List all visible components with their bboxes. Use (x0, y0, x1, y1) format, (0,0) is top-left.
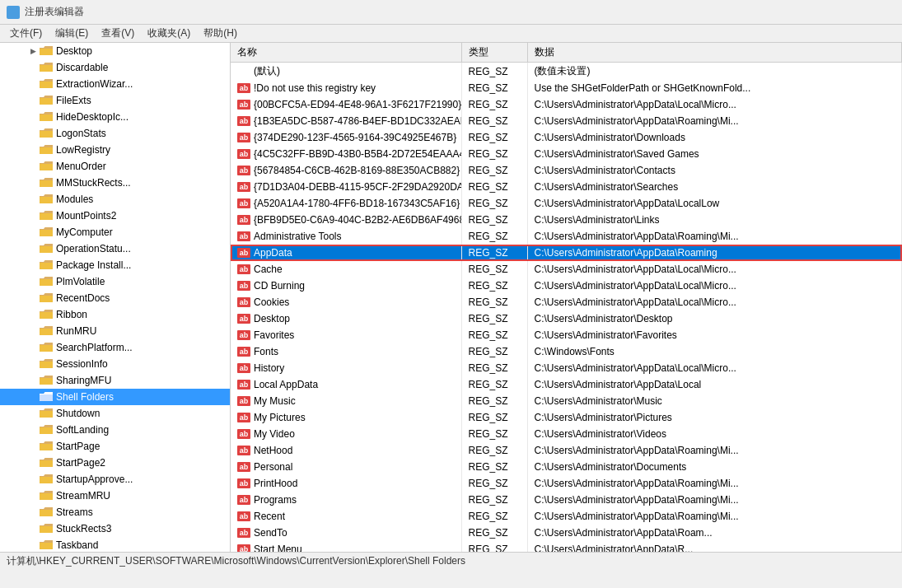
expand-icon[interactable] (26, 390, 40, 404)
menu-item[interactable]: 文件(F) (3, 25, 49, 42)
tree-item[interactable]: Modules (0, 191, 230, 208)
table-row[interactable]: abCacheREG_SZC:\Users\Administrator\AppD… (231, 261, 902, 278)
expand-icon[interactable] (26, 374, 40, 387)
table-row[interactable]: abAdministrative ToolsREG_SZC:\Users\Adm… (231, 228, 902, 245)
table-row[interactable]: abAppDataREG_SZC:\Users\Administrator\Ap… (231, 245, 902, 261)
table-row[interactable]: abProgramsREG_SZC:\Users\Administrator\A… (231, 492, 902, 508)
tree-item[interactable]: OperationStatu... (0, 240, 230, 257)
menu-item[interactable]: 编辑(E) (49, 25, 95, 42)
expand-icon[interactable] (26, 110, 40, 124)
expand-icon[interactable] (26, 473, 40, 486)
expand-icon[interactable] (26, 341, 40, 354)
table-row[interactable]: abCookiesREG_SZC:\Users\Administrator\Ap… (231, 294, 902, 310)
tree-item[interactable]: ▶ Desktop (0, 43, 230, 59)
tree-item[interactable]: Discardable (0, 59, 230, 76)
table-row[interactable]: ab{00BCFC5A-ED94-4E48-96A1-3F6217F21990}… (231, 96, 902, 113)
expand-icon[interactable] (26, 522, 40, 535)
expand-icon[interactable] (26, 242, 40, 255)
table-row[interactable]: abSendToREG_SZC:\Users\Administrator\App… (231, 525, 902, 541)
expand-icon[interactable] (26, 423, 40, 436)
expand-icon[interactable] (26, 506, 40, 519)
expand-icon[interactable] (26, 357, 40, 371)
expand-icon[interactable] (26, 489, 40, 502)
table-row[interactable]: abFontsREG_SZC:\Windows\Fonts (231, 343, 902, 360)
tree-item[interactable]: Ribbon (0, 306, 230, 323)
tree-item[interactable]: SoftLanding (0, 422, 230, 438)
table-row[interactable]: ab{BFB9D5E0-C6A9-404C-B2B2-AE6DB6AF4968}… (231, 212, 902, 228)
tree-item[interactable]: MMStuckRects... (0, 175, 230, 191)
expand-icon[interactable] (26, 259, 40, 272)
expand-icon[interactable] (26, 143, 40, 156)
tree-item[interactable]: Shell Folders (0, 389, 230, 405)
table-row[interactable]: (默认)REG_SZ(数值未设置) (231, 63, 902, 81)
tree-item[interactable]: LowRegistry (0, 142, 230, 158)
expand-icon[interactable] (26, 275, 40, 288)
expand-icon[interactable] (26, 308, 40, 321)
table-row[interactable]: abPrintHoodREG_SZC:\Users\Administrator\… (231, 475, 902, 492)
tree-item[interactable]: RecentDocs (0, 290, 230, 306)
tree-item[interactable]: StreamMRU (0, 488, 230, 504)
table-row[interactable]: ab!Do not use this registry keyREG_SZUse… (231, 80, 902, 96)
tree-item[interactable]: SessionInfo (0, 356, 230, 372)
tree-item[interactable]: Streams (0, 504, 230, 520)
expand-icon[interactable] (26, 226, 40, 239)
tree-item[interactable]: MountPoints2 (0, 208, 230, 224)
table-row[interactable]: abPersonalREG_SZC:\Users\Administrator\D… (231, 459, 902, 475)
table-row[interactable]: abMy MusicREG_SZC:\Users\Administrator\M… (231, 393, 902, 409)
tree-item[interactable]: FileExts (0, 92, 230, 109)
tree-item[interactable]: StartPage2 (0, 455, 230, 471)
table-row[interactable]: abHistoryREG_SZC:\Users\Administrator\Ap… (231, 360, 902, 376)
expand-icon[interactable] (26, 440, 40, 453)
expand-icon[interactable] (26, 61, 40, 74)
expand-icon[interactable] (26, 456, 40, 469)
tree-item[interactable]: HideDesktopIc... (0, 109, 230, 125)
tree-item[interactable]: PlmVolatile (0, 273, 230, 290)
expand-icon[interactable] (26, 193, 40, 206)
tree-item[interactable]: MyComputer (0, 224, 230, 240)
menu-item[interactable]: 帮助(H) (197, 25, 244, 42)
table-row[interactable]: abMy PicturesREG_SZC:\Users\Administrato… (231, 409, 902, 426)
expand-icon[interactable] (26, 209, 40, 222)
table-row[interactable]: abCD BurningREG_SZC:\Users\Administrator… (231, 278, 902, 294)
expand-icon[interactable] (26, 407, 40, 420)
table-row[interactable]: ab{56784854-C6CB-462B-8169-88E350ACB882}… (231, 162, 902, 179)
tree-item[interactable]: SharingMFU (0, 372, 230, 389)
table-row[interactable]: ab{1B3EA5DC-B587-4786-B4EF-BD1DC332AEAE}… (231, 113, 902, 129)
expand-icon[interactable] (26, 94, 40, 107)
expand-icon[interactable] (26, 539, 40, 552)
expand-icon[interactable]: ▶ (26, 44, 40, 58)
tree-item[interactable]: StartupApprove... (0, 471, 230, 488)
tree-item[interactable]: RunMRU (0, 323, 230, 339)
table-row[interactable]: abFavoritesREG_SZC:\Users\Administrator\… (231, 327, 902, 343)
table-row[interactable]: abStart MenuREG_SZC:\Users\Administrator… (231, 541, 902, 552)
expand-icon[interactable] (26, 324, 40, 338)
tree-item[interactable]: LogonStats (0, 125, 230, 142)
table-row[interactable]: abDesktopREG_SZC:\Users\Administrator\De… (231, 310, 902, 327)
table-row[interactable]: abLocal AppDataREG_SZC:\Users\Administra… (231, 376, 902, 393)
table-row[interactable]: ab{A520A1A4-1780-4FF6-BD18-167343C5AF16}… (231, 195, 902, 212)
table-row[interactable]: abMy VideoREG_SZC:\Users\Administrator\V… (231, 426, 902, 442)
tree-item[interactable]: Taskband (0, 537, 230, 552)
table-row[interactable]: ab{7D1D3A04-DEBB-4115-95CF-2F29DA2920DA}… (231, 179, 902, 195)
expand-icon[interactable] (26, 176, 40, 189)
expand-icon[interactable] (26, 127, 40, 140)
table-row[interactable]: ab{4C5C32FF-BB9D-43B0-B5B4-2D72E54EAAA4}… (231, 146, 902, 162)
tree-item[interactable]: ExtractionWizar... (0, 76, 230, 92)
tree-item[interactable]: MenuOrder (0, 158, 230, 175)
tree-item[interactable]: StartPage (0, 438, 230, 455)
col-header-data[interactable]: 数据 (527, 43, 902, 63)
tree-item[interactable]: Shutdown (0, 405, 230, 422)
tree-item[interactable]: SearchPlatform... (0, 339, 230, 356)
expand-icon[interactable] (26, 160, 40, 173)
table-row[interactable]: abRecentREG_SZC:\Users\Administrator\App… (231, 508, 902, 525)
menu-item[interactable]: 查看(V) (95, 25, 141, 42)
tree-item[interactable]: Package Install... (0, 257, 230, 273)
col-header-type[interactable]: 类型 (461, 43, 527, 63)
expand-icon[interactable] (26, 77, 40, 91)
table-row[interactable]: ab{374DE290-123F-4565-9164-39C4925E467B}… (231, 129, 902, 146)
table-row[interactable]: abNetHoodREG_SZC:\Users\Administrator\Ap… (231, 442, 902, 459)
menu-item[interactable]: 收藏夹(A) (141, 25, 197, 42)
tree-item[interactable]: StuckRects3 (0, 520, 230, 537)
col-header-name[interactable]: 名称 (231, 43, 461, 63)
expand-icon[interactable] (26, 292, 40, 305)
